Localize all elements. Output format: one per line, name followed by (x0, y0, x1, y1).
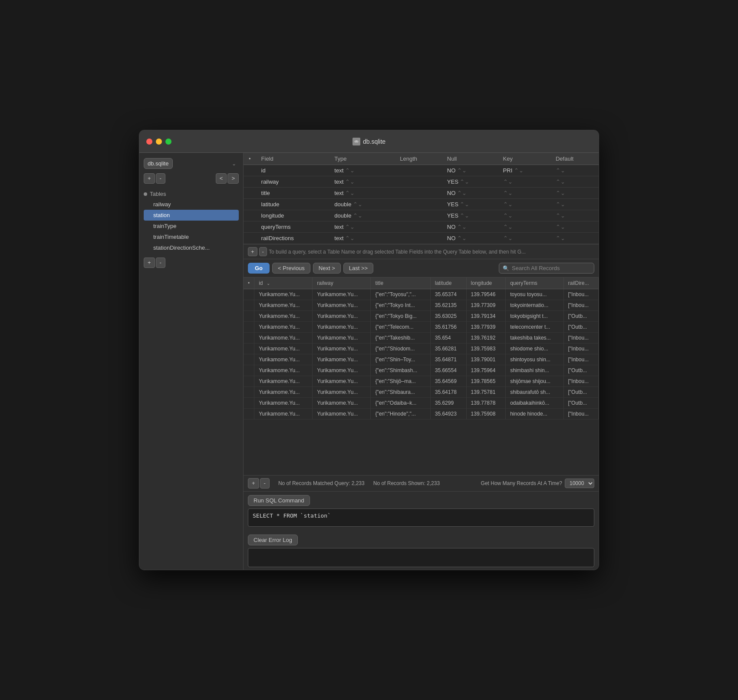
schema-key-latitude: ⌃⌄ (498, 199, 550, 210)
next-button[interactable]: Next > (313, 263, 341, 274)
sql-input[interactable]: SELECT * FROM `station` (248, 508, 594, 527)
go-button[interactable]: Go (248, 263, 270, 274)
schema-row: queryTerms text ⌃⌄ NO ⌃⌄ ⌃⌄ ⌃⌄ (244, 221, 599, 233)
schema-col-null: Null (442, 153, 498, 165)
run-sql-button[interactable]: Run SQL Command (248, 495, 310, 506)
schema-default-railway: ⌃⌄ (550, 176, 599, 188)
schema-row-dot (244, 176, 256, 188)
sidebar-next-btn[interactable]: > (227, 173, 239, 184)
row-latitude: 35.64569 (430, 376, 466, 387)
clear-error-button[interactable]: Clear Error Log (248, 535, 298, 545)
schema-type-railway: text ⌃⌄ (329, 176, 395, 188)
schema-default-title: ⌃⌄ (550, 188, 599, 199)
schema-default-latitude: ⌃⌄ (550, 199, 599, 210)
row-queryterms: shimbashi shin... (506, 365, 563, 376)
table-item-railway[interactable]: railway (144, 199, 239, 210)
schema-key-longitude: ⌃⌄ (498, 210, 550, 221)
data-col-railway[interactable]: railway (313, 277, 371, 289)
search-icon: 🔍 (503, 265, 509, 271)
schema-key-raildirections: ⌃⌄ (498, 233, 550, 244)
query-add-btn[interactable]: + (248, 247, 257, 256)
row-id: Yurikamome.Yu... (254, 322, 313, 333)
schema-field-latitude: latitude (256, 199, 329, 210)
schema-col-type: Type (329, 153, 395, 165)
traffic-lights (146, 139, 171, 145)
row-raildir: ["Outb... (563, 365, 598, 376)
schema-key-id: PRI ⌃⌄ (498, 165, 550, 176)
row-id: Yurikamome.Yu... (254, 300, 313, 311)
schema-null-raildirections: NO ⌃⌄ (442, 233, 498, 244)
row-title: {"en":"Odaiba–k... (371, 398, 430, 409)
data-col-queryterms[interactable]: queryTerms (506, 277, 563, 289)
table-row: Yurikamome.Yu... Yurikamome.Yu... {"en":… (244, 398, 599, 409)
row-dot (244, 365, 254, 376)
schema-type-id: text ⌃⌄ (329, 165, 395, 176)
schema-type-longitude: double ⌃⌄ (329, 210, 395, 221)
window-title-text: db.sqlite (363, 138, 385, 145)
records-count-select[interactable]: 10000 (565, 479, 594, 488)
last-button[interactable]: Last >> (343, 263, 373, 274)
row-title: {"en":"Telecom... (371, 322, 430, 333)
table-item-stationdirection[interactable]: stationDirectionSche... (144, 242, 239, 253)
row-longitude: 139.75781 (466, 387, 506, 398)
row-latitude: 35.66554 (430, 365, 466, 376)
status-add-btn[interactable]: + (248, 478, 259, 489)
row-id: Yurikamome.Yu... (254, 387, 313, 398)
schema-field-railway: railway (256, 176, 329, 188)
data-col-id[interactable]: id ⌄ (254, 277, 313, 289)
table-item-traintype[interactable]: trainType (144, 221, 239, 231)
minimize-button[interactable] (156, 139, 162, 145)
table-row: Yurikamome.Yu... Yurikamome.Yu... {"en":… (244, 409, 599, 419)
schema-col-key: Key (498, 153, 550, 165)
row-railway: Yurikamome.Yu... (313, 343, 371, 354)
data-col-raildire[interactable]: railDire... (563, 277, 598, 289)
data-col-longitude[interactable]: longitude (466, 277, 506, 289)
row-title: {"en":"Tokyo Big... (371, 311, 430, 322)
row-dot (244, 289, 254, 300)
previous-button[interactable]: < Previous (272, 263, 310, 274)
schema-default-queryterms: ⌃⌄ (550, 221, 599, 233)
data-col-title[interactable]: title (371, 277, 430, 289)
row-raildir: ["Inbou... (563, 289, 598, 300)
content-area: • Field Type Length Null Key Default id (244, 153, 599, 570)
row-raildir: ["Outb... (563, 398, 598, 409)
row-latitude: 35.64871 (430, 354, 466, 365)
search-input[interactable] (512, 265, 590, 271)
table-item-station[interactable]: station (144, 210, 239, 221)
schema-field-raildirections: railDirections (256, 233, 329, 244)
tables-section: Tables railway station trainType trainTi… (139, 189, 243, 253)
db-file-icon: db (353, 138, 360, 145)
sidebar-prev-btn[interactable]: < (216, 173, 227, 184)
sidebar-remove-btn[interactable]: - (156, 173, 165, 184)
db-select-dropdown[interactable]: db.sqlite (144, 158, 173, 169)
results-toolbar: Go < Previous Next > Last >> 🔍 (244, 259, 599, 277)
schema-field-longitude: longitude (256, 210, 329, 221)
row-railway: Yurikamome.Yu... (313, 365, 371, 376)
sidebar-add-btn[interactable]: + (144, 173, 155, 184)
row-dot (244, 387, 254, 398)
status-remove-btn[interactable]: - (260, 478, 270, 489)
query-remove-btn[interactable]: - (259, 247, 267, 256)
table-row: Yurikamome.Yu... Yurikamome.Yu... {"en":… (244, 354, 599, 365)
table-row: Yurikamome.Yu... Yurikamome.Yu... {"en":… (244, 300, 599, 311)
row-dot (244, 311, 254, 322)
close-button[interactable] (146, 139, 152, 145)
table-remove-btn[interactable]: - (156, 258, 165, 268)
row-longitude: 139.79134 (466, 311, 506, 322)
schema-null-railway: YES ⌃⌄ (442, 176, 498, 188)
app-window: db db.sqlite db.sqlite + - < (139, 130, 599, 570)
table-add-btn[interactable]: + (144, 258, 155, 268)
row-longitude: 139.75983 (466, 343, 506, 354)
maximize-button[interactable] (165, 139, 171, 145)
data-col-latitude[interactable]: latitude (430, 277, 466, 289)
row-queryterms: tokyobigsight t... (506, 311, 563, 322)
row-title: {"en":"Shiodom... (371, 343, 430, 354)
schema-row-dot (244, 221, 256, 233)
schema-null-longitude: YES ⌃⌄ (442, 210, 498, 221)
row-id: Yurikamome.Yu... (254, 289, 313, 300)
data-table-wrapper[interactable]: • id ⌄ railway title latitude longitude … (244, 277, 599, 475)
table-item-traintimetable[interactable]: trainTimetable (144, 231, 239, 242)
records-matched-text: No of Records Matched Query: 2,233 (278, 480, 365, 486)
row-title: {"en":"Takeshib... (371, 333, 430, 343)
sql-section: Run SQL Command SELECT * FROM `station` (244, 491, 599, 532)
